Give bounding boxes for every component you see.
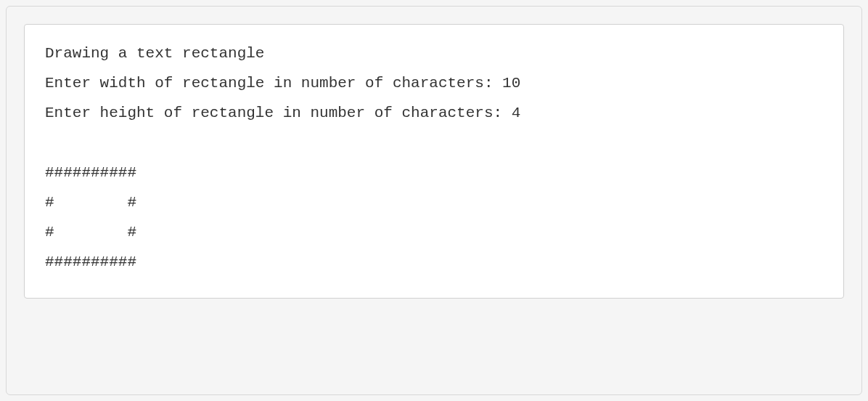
outer-container: Drawing a text rectangle Enter width of …	[6, 6, 862, 395]
code-output-box: Drawing a text rectangle Enter width of …	[24, 24, 844, 299]
console-output: Drawing a text rectangle Enter width of …	[45, 39, 823, 278]
